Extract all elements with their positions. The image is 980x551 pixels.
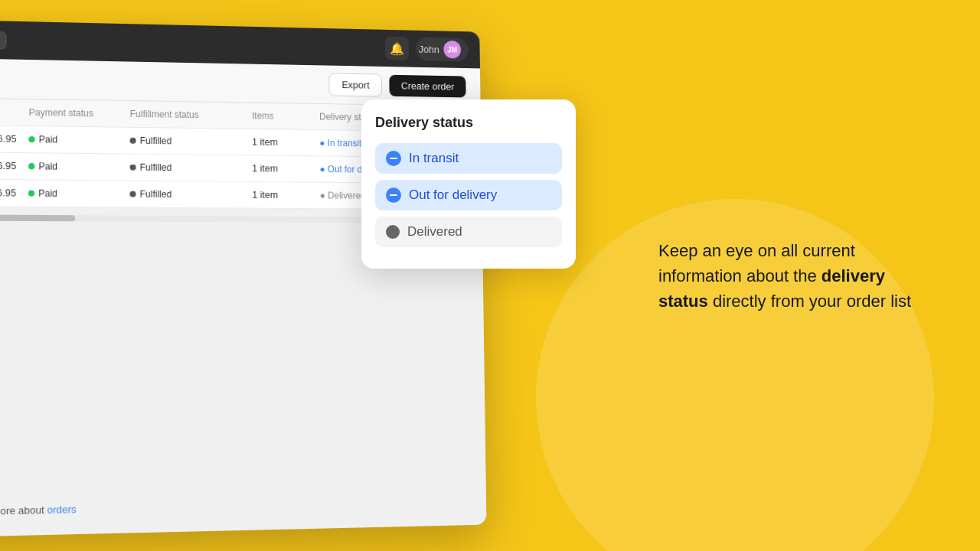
delivery-status-popup: Delivery status In transit Out for deliv…: [361, 99, 576, 269]
paid-dot: [28, 136, 34, 142]
fulfillment-status-badge: Fulfilled: [130, 135, 253, 148]
paid-dot: [28, 163, 34, 169]
create-order-button[interactable]: Create order: [389, 75, 466, 98]
fulfilled-dot: [129, 191, 136, 197]
no-entry-icon-2: [386, 187, 401, 203]
row-total: SFr. 716.95: [0, 187, 28, 199]
right-panel-text: Keep an eye on all current information a…: [658, 241, 911, 311]
payment-status-badge: Paid: [28, 134, 129, 146]
delivered-dot-icon: [386, 225, 400, 239]
fulfilled-dot: [130, 138, 136, 144]
user-pill[interactable]: John JM: [416, 37, 469, 61]
right-panel: Keep an eye on all current information a…: [658, 238, 919, 314]
fulfillment-status-label: Fulfilled: [140, 189, 172, 200]
status-option-out-for-delivery[interactable]: Out for delivery: [375, 180, 562, 210]
payment-status-badge: Paid: [28, 161, 129, 172]
row-total: SFr. 766.95: [0, 160, 28, 171]
bottom-bar: Learn more about orders: [0, 504, 77, 518]
status-label-out-for-delivery: Out for delivery: [409, 187, 497, 203]
items-count: 1 item: [252, 137, 319, 148]
fulfillment-status-badge: Fulfilled: [130, 162, 253, 174]
items-count: 1 item: [252, 190, 319, 201]
notification-bell-button[interactable]: 🔔: [385, 36, 409, 60]
payment-status-label: Paid: [38, 161, 57, 171]
learn-more-text: Learn more about: [0, 504, 47, 518]
orders-link[interactable]: orders: [47, 504, 77, 516]
popup-title: Delivery status: [375, 115, 562, 131]
payment-status-badge: Paid: [28, 188, 130, 200]
status-option-delivered[interactable]: Delivered: [375, 217, 562, 247]
col-total: Total: [0, 106, 29, 118]
avatar: JM: [443, 41, 461, 58]
no-entry-icon: [386, 151, 401, 166]
fulfilled-dot: [130, 165, 136, 171]
status-label-delivered: Delivered: [407, 224, 462, 240]
status-label-in-transit: In transit: [409, 151, 459, 166]
items-count: 1 item: [252, 163, 319, 174]
payment-status-label: Paid: [39, 134, 58, 145]
scrollbar-thumb[interactable]: [0, 215, 75, 222]
paid-dot: [28, 191, 34, 197]
fulfillment-status-badge: Fulfilled: [129, 189, 252, 201]
export-button[interactable]: Export: [329, 73, 382, 96]
kbd-shortcut: ⌘ K: [0, 31, 7, 49]
title-bar-left: ⌘ K: [0, 31, 378, 57]
fulfillment-status-label: Fulfilled: [140, 135, 172, 146]
col-fulfillment: Fulfillment status: [130, 109, 252, 121]
app-window: ⌘ K 🔔 John JM Export Create order Total …: [0, 20, 486, 537]
right-panel-bold: delivery status: [658, 266, 885, 311]
payment-status-label: Paid: [38, 188, 57, 199]
user-name: John: [419, 44, 439, 55]
fulfillment-status-label: Fulfilled: [140, 162, 172, 173]
col-payment: Payment status: [29, 107, 130, 119]
row-total: SFr. 646.95: [0, 133, 28, 145]
status-option-in-transit[interactable]: In transit: [375, 143, 562, 174]
col-items: Items: [252, 110, 319, 122]
